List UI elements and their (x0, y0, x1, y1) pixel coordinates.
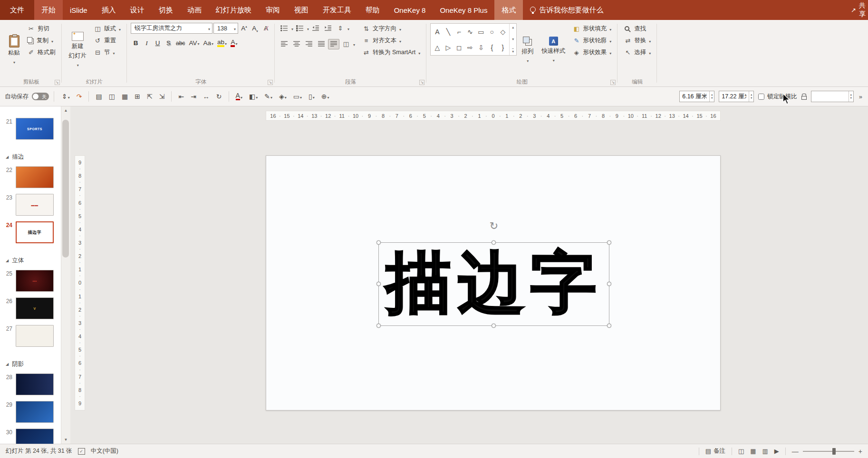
empty-input[interactable] (811, 93, 849, 100)
tab-tell-me[interactable]: 告诉我你想要做什么 (523, 0, 610, 20)
spin-up-icon[interactable] (849, 93, 853, 96)
spin-down-icon[interactable] (749, 96, 753, 100)
shape-rectangle-icon[interactable]: ▭ (478, 28, 484, 36)
spin-up-icon[interactable] (749, 93, 753, 96)
redo-button[interactable]: ↷ (74, 90, 85, 103)
font-name-combo[interactable]: 锐字工房洪荒之力 (131, 23, 212, 34)
justify-button[interactable] (316, 39, 327, 49)
tab-onekey-8-plus[interactable]: OneKey 8 Plus (433, 0, 494, 20)
resize-handle-top-right[interactable] (607, 240, 611, 245)
spin-down-icon[interactable] (849, 96, 853, 100)
dialog-launcher-icon[interactable]: ↘ (55, 80, 60, 85)
resize-handle-bottom-left[interactable] (376, 324, 381, 328)
rotation-handle[interactable]: ↻ (490, 220, 498, 232)
shape-height-field[interactable] (679, 91, 714, 102)
slide-editor-canvas[interactable]: 1615141312111098765432101234567891011121… (70, 106, 868, 444)
tab-animations[interactable]: 动画 (180, 0, 209, 20)
resize-handle-top-left[interactable] (376, 240, 381, 245)
text-shadow-button[interactable]: S (164, 38, 174, 48)
dialog-launcher-icon[interactable]: ↘ (610, 80, 616, 85)
padlock-icon[interactable] (801, 96, 807, 100)
shape-outline-button[interactable]: ✎ (261, 90, 275, 103)
shape-outline-button[interactable]: ✎ 形状轮廓 (570, 35, 614, 46)
tab-transitions[interactable]: 切换 (152, 0, 180, 20)
slide-thumbnail-28[interactable]: 28 (0, 373, 61, 395)
change-case-button[interactable]: Aa (202, 38, 215, 48)
font-color-button[interactable]: A (233, 90, 245, 103)
arrange-button[interactable]: 排列 (518, 22, 537, 78)
shape-text-box-icon[interactable]: A (435, 28, 439, 36)
section-collapse-icon[interactable]: ◢ (6, 362, 9, 366)
distribute-text-button[interactable] (328, 39, 339, 49)
font-color-button[interactable]: A (229, 38, 239, 48)
align-left-button[interactable] (279, 39, 290, 49)
find-button[interactable]: 查找 (621, 23, 653, 34)
spinner-arrows[interactable] (849, 91, 853, 102)
spinner-arrows[interactable] (749, 91, 753, 102)
text-direction-button[interactable]: ⇅ 文字方向 (360, 23, 423, 34)
slide-thumbnail-21[interactable]: 21SPORTS (0, 118, 61, 140)
tab-insert[interactable]: 插入 (95, 0, 123, 20)
shape-arrow-right-icon[interactable]: ⇨ (467, 44, 473, 51)
slide-thumbnail-30[interactable]: 30 (0, 429, 61, 444)
text-box-selection[interactable]: ↻ 描边字 (378, 242, 609, 326)
send-backward-button[interactable]: ⇲ (156, 90, 168, 103)
zoom-slider-thumb[interactable] (832, 448, 836, 455)
resize-handle-middle-left[interactable] (376, 282, 381, 286)
tab-onekey-8[interactable]: OneKey 8 (387, 0, 433, 20)
spinner-arrows[interactable] (709, 91, 714, 102)
proofing-icon[interactable]: ✓ (78, 448, 85, 455)
align-text-button[interactable]: ≡ 对齐文本 (360, 35, 423, 46)
resize-handle-bottom-right[interactable] (607, 324, 611, 328)
increase-indent-button[interactable] (322, 23, 334, 34)
section-collapse-icon[interactable]: ◢ (6, 155, 9, 159)
duplicate-slide-button[interactable]: ◫ (106, 90, 118, 103)
scroll-down-icon[interactable]: ▼ (64, 438, 68, 442)
paste-button[interactable]: 粘贴 (5, 22, 23, 78)
section-button[interactable]: ⊟ 节 (91, 47, 123, 58)
rotate-object-button[interactable]: ↻ (213, 90, 225, 103)
object-position-button[interactable]: ⊕ (318, 90, 332, 103)
section-header[interactable]: ◢阴影 (0, 353, 61, 373)
slide-thumbnail-22[interactable]: 22 (0, 166, 61, 188)
shape-line-icon[interactable]: ╲ (446, 28, 450, 36)
shape-fill-button[interactable]: ◧ 形状填充 (570, 23, 614, 34)
new-slide-button[interactable]: 新建 幻灯片 (66, 22, 90, 78)
shape-curve-icon[interactable]: ∿ (467, 28, 473, 36)
dialog-launcher-icon[interactable]: ↘ (419, 80, 424, 85)
shape-effects-button[interactable]: ◈ (276, 90, 289, 103)
lock-aspect-ratio[interactable]: 锁定纵横比 (758, 93, 797, 101)
shape-triangle-icon[interactable]: △ (434, 44, 440, 51)
shape-brace-right-icon[interactable]: } (502, 44, 504, 51)
underline-button[interactable]: U (153, 38, 163, 48)
decrease-font-button[interactable]: A (250, 23, 260, 34)
lock-aspect-checkbox[interactable] (758, 94, 764, 100)
tab-format[interactable]: 格式 (494, 0, 523, 20)
slide-thumbnail-27[interactable]: 27 (0, 325, 61, 347)
reading-view-button[interactable]: ▥ (762, 448, 768, 455)
tab-home[interactable]: 开始 (34, 0, 63, 20)
slide-canvas[interactable]: ↻ 描边字 (266, 155, 721, 410)
toolbar-overflow-button[interactable]: » (858, 93, 863, 100)
gallery-scroll-down-icon[interactable]: ▾ (512, 37, 514, 41)
slide-thumbnail-26[interactable]: 26V (0, 297, 61, 319)
numbered-list-button[interactable] (294, 23, 306, 34)
resize-handle-top-middle[interactable] (492, 240, 496, 245)
shape-brace-left-icon[interactable]: { (491, 44, 493, 51)
shape-square-icon[interactable]: ◻ (456, 44, 462, 51)
align-left-objects-button[interactable]: ⇤ (175, 90, 187, 103)
shape-diamond-icon[interactable]: ◇ (500, 28, 505, 36)
zoom-slider[interactable] (803, 451, 854, 452)
spin-up-icon[interactable] (710, 93, 714, 96)
shape-height-input[interactable] (680, 93, 709, 100)
select-button[interactable]: ↖ 选择 (621, 47, 653, 58)
shape-fill-button[interactable]: ◧ (246, 90, 260, 103)
shape-width-field[interactable] (719, 91, 754, 102)
character-spacing-button[interactable]: AV (187, 38, 201, 48)
columns-button[interactable]: ◫ (340, 39, 352, 49)
tab-islide[interactable]: iSlide (63, 0, 95, 20)
insert-shape-button[interactable]: ▭ (290, 90, 305, 103)
align-center-button[interactable] (291, 39, 302, 49)
notes-button[interactable]: ▤ 备注 (705, 447, 725, 455)
spin-down-icon[interactable] (710, 96, 714, 100)
